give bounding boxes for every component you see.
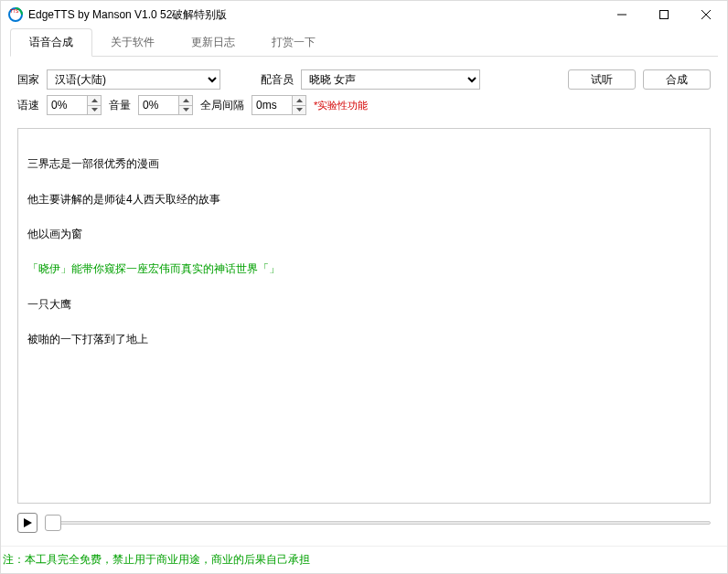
- player-bar: [17, 513, 711, 533]
- svg-marker-10: [296, 99, 303, 102]
- preview-button[interactable]: 试听: [568, 69, 636, 90]
- text-line: 一只大鹰: [27, 296, 701, 314]
- content-pane: 国家 汉语(大陆) 配音员 晓晓 女声 试听 合成 语速: [1, 57, 727, 546]
- footer-note: 注：本工具完全免费，禁止用于商业用途，商业的后果自己承担: [1, 546, 727, 573]
- svg-text:TTS: TTS: [10, 8, 19, 14]
- app-window: TTS EdgeTTS by Manson V1.0 52破解特别版 语音合成 …: [0, 0, 728, 574]
- tab-tts[interactable]: 语音合成: [10, 28, 92, 57]
- rate-label: 语速: [17, 98, 39, 113]
- text-line: 三界志是一部很优秀的漫画: [27, 155, 701, 173]
- text-input-area[interactable]: 三界志是一部很优秀的漫画 他主要讲解的是师徒4人西天取经的故事 他以画为窗 「晓…: [17, 128, 711, 504]
- gap-down[interactable]: [293, 106, 305, 115]
- svg-marker-7: [91, 108, 98, 112]
- rate-down[interactable]: [88, 106, 101, 115]
- text-line: 被啪的一下打落到了地上: [27, 331, 701, 348]
- country-select[interactable]: 汉语(大陆): [47, 69, 220, 90]
- voice-select[interactable]: 晓晓 女声: [301, 69, 480, 90]
- volume-down[interactable]: [179, 106, 192, 115]
- volume-label: 音量: [109, 98, 131, 113]
- progress-track[interactable]: [45, 513, 711, 533]
- play-button[interactable]: [17, 513, 37, 533]
- svg-marker-9: [183, 108, 189, 112]
- close-button[interactable]: [685, 1, 727, 28]
- svg-marker-8: [183, 99, 189, 102]
- tab-donate[interactable]: 打赏一下: [253, 29, 334, 56]
- rate-up[interactable]: [88, 96, 101, 105]
- progress-thumb[interactable]: [45, 515, 61, 531]
- tab-changelog[interactable]: 更新日志: [173, 29, 253, 56]
- svg-marker-6: [91, 99, 98, 102]
- svg-rect-3: [660, 11, 669, 19]
- maximize-button[interactable]: [643, 1, 685, 28]
- country-label: 国家: [17, 72, 39, 88]
- volume-up[interactable]: [179, 96, 192, 105]
- text-line: 他主要讲解的是师徒4人西天取经的故事: [27, 191, 701, 208]
- synth-button[interactable]: 合成: [643, 69, 711, 90]
- rate-input[interactable]: [47, 95, 87, 115]
- title-bar: TTS EdgeTTS by Manson V1.0 52破解特别版: [1, 1, 727, 28]
- gap-input[interactable]: [252, 95, 292, 115]
- text-line: 他以画为窗: [27, 226, 701, 243]
- svg-marker-11: [296, 108, 303, 112]
- voice-label: 配音员: [261, 72, 294, 88]
- svg-marker-12: [24, 518, 32, 527]
- gap-up[interactable]: [293, 96, 305, 105]
- app-icon: TTS: [8, 7, 23, 22]
- tab-bar: 语音合成 关于软件 更新日志 打赏一下: [1, 28, 727, 56]
- text-line-highlight: 「晓伊」能带你窥探一座宏伟而真实的神话世界「」: [27, 260, 701, 278]
- tab-about[interactable]: 关于软件: [92, 29, 173, 56]
- experimental-note: *实验性功能: [314, 99, 368, 112]
- gap-label: 全局间隔: [200, 98, 244, 113]
- minimize-button[interactable]: [601, 1, 643, 28]
- volume-input[interactable]: [138, 95, 178, 115]
- window-title: EdgeTTS by Manson V1.0 52破解特别版: [28, 7, 227, 23]
